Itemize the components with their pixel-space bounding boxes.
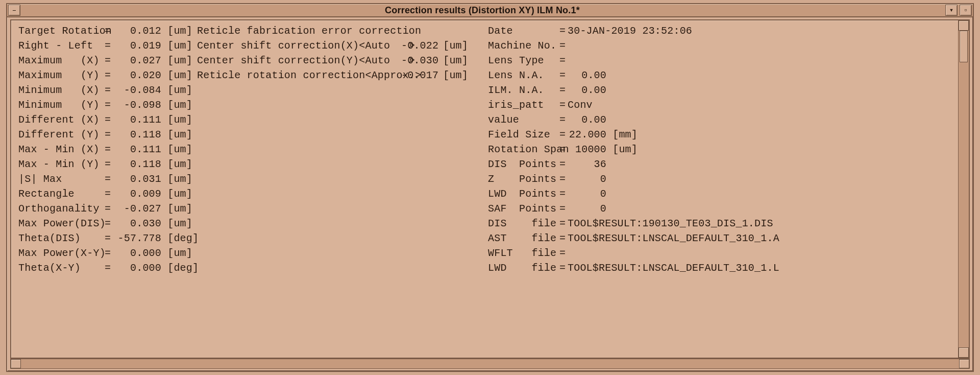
info-unit: [um]	[606, 142, 632, 157]
metric-label: Max Power(DIS)	[18, 216, 100, 231]
result-row: |S| Max=0.031 [um]Z Points= 0	[18, 172, 965, 186]
correction-unit: [um]	[437, 53, 462, 68]
info-label: DIS file	[488, 216, 559, 231]
metric-unit: [um]	[161, 68, 192, 83]
info-value: 0	[568, 172, 606, 186]
equals-sign: =	[559, 186, 568, 201]
equals-sign: =	[559, 38, 568, 53]
scroll-right-button[interactable]	[959, 359, 969, 368]
maximize-button[interactable]: ▫	[960, 5, 972, 16]
equals-sign: =	[100, 98, 115, 112]
client-area: Target Rotation=0.012 [um]Reticle fabric…	[10, 19, 970, 359]
metric-value: 0.000	[115, 246, 161, 261]
metric-value: -57.778	[115, 231, 161, 246]
titlebar[interactable]: – Correction results (Distortion XY) ILM…	[7, 4, 973, 17]
info-value: TOOL$RESULT:LNSCAL_DEFAULT_310_1.A	[568, 231, 779, 246]
info-label: WFLT file	[488, 246, 559, 261]
info-label: Rotation Span	[488, 142, 559, 157]
metric-label: Max Power(X-Y)	[18, 246, 100, 261]
scroll-down-button[interactable]	[959, 347, 969, 358]
info-value: 30-JAN-2019 23:52:06	[568, 24, 692, 38]
correction-label: Center shift correction(Y)<Auto >	[197, 53, 401, 68]
equals-sign: =	[100, 246, 115, 261]
info-label: AST file	[488, 231, 559, 246]
vertical-scrollbar[interactable]	[958, 20, 969, 358]
metric-value: 0.111	[115, 112, 161, 127]
info-label: Field Size	[488, 127, 559, 142]
metric-label: Minimum (X)	[18, 83, 100, 98]
result-row: Minimum (Y)=-0.098 [um]iris_patt= Conv	[18, 98, 965, 112]
equals-sign: =	[100, 216, 115, 231]
metric-value: 0.020	[115, 68, 161, 83]
info-label: Z Points	[488, 172, 559, 186]
metric-label: Rectangle	[18, 186, 100, 201]
info-value: TOOL$RESULT:LNSCAL_DEFAULT_310_1.L	[568, 261, 779, 275]
scroll-left-button[interactable]	[11, 359, 21, 368]
metric-value: 0.031	[115, 172, 161, 186]
info-value: 0	[568, 201, 606, 216]
metric-unit: [um]	[161, 98, 192, 112]
metric-label: Minimum (Y)	[18, 98, 100, 112]
metric-unit: [um]	[161, 24, 192, 38]
metric-label: Maximum (Y)	[18, 68, 100, 83]
metric-label: Different (X)	[18, 112, 100, 127]
scroll-up-button[interactable]	[959, 20, 969, 31]
correction-value: -0.022	[401, 38, 437, 53]
metric-unit: [um]	[161, 38, 192, 53]
equals-sign: =	[559, 83, 568, 98]
metric-unit: [deg]	[161, 231, 192, 246]
metric-unit: [um]	[161, 157, 192, 172]
equals-sign: =	[100, 53, 115, 68]
horizontal-scrollbar[interactable]	[10, 359, 970, 369]
info-label: Date	[488, 24, 559, 38]
equals-sign: =	[100, 231, 115, 246]
equals-sign: =	[100, 68, 115, 83]
result-row: Theta(DIS)=-57.778 [deg]AST file= TOOL$R…	[18, 231, 965, 246]
equals-sign: =	[559, 127, 568, 142]
equals-sign: =	[100, 186, 115, 201]
correction-unit: [um]	[437, 38, 462, 53]
info-label: ILM. N.A.	[488, 83, 559, 98]
equals-sign: =	[559, 261, 568, 275]
equals-sign: =	[559, 172, 568, 186]
equals-sign: =	[100, 83, 115, 98]
metric-value: 0.118	[115, 127, 161, 142]
minimize-button[interactable]: ▾	[945, 5, 958, 16]
result-row: Max Power(X-Y)=0.000 [um]WFLT file=	[18, 246, 965, 261]
metric-label: Right - Left	[18, 38, 100, 53]
window-title: Correction results (Distortion XY) ILM N…	[20, 5, 944, 16]
metric-value: 0.027	[115, 53, 161, 68]
info-label: Lens N.A.	[488, 68, 559, 83]
result-row: Max Power(DIS)=0.030 [um]DIS file= TOOL$…	[18, 216, 965, 231]
equals-sign: =	[100, 112, 115, 127]
equals-sign: =	[100, 127, 115, 142]
metric-value: 0.111	[115, 142, 161, 157]
equals-sign: =	[559, 216, 568, 231]
result-row: Max - Min (X)=0.111 [um]Rotation Span= 1…	[18, 142, 965, 157]
result-row: Right - Left=0.019 [um]Center shift corr…	[18, 38, 965, 53]
equals-sign: =	[559, 53, 568, 68]
results-text: Target Rotation=0.012 [um]Reticle fabric…	[11, 20, 969, 278]
metric-unit: [um]	[161, 172, 192, 186]
equals-sign: =	[559, 98, 568, 112]
info-label: LWD Points	[488, 186, 559, 201]
correction-label: Reticle rotation correction<Approx.>	[197, 68, 401, 83]
info-label: LWD file	[488, 261, 559, 275]
metric-label: Maximum (X)	[18, 53, 100, 68]
metric-value: 0.019	[115, 38, 161, 53]
result-row: Maximum (Y)=0.020 [um]Reticle rotation c…	[18, 68, 965, 83]
equals-sign: =	[559, 201, 568, 216]
correction-label: Center shift correction(X)<Auto >	[197, 38, 401, 53]
info-value: 36	[568, 157, 606, 172]
metric-unit: [um]	[161, 112, 192, 127]
metric-unit: [um]	[161, 201, 192, 216]
result-row: Minimum (X)=-0.084 [um]ILM. N.A.= 0.00	[18, 83, 965, 98]
scroll-thumb[interactable]	[960, 31, 968, 62]
equals-sign: =	[559, 142, 568, 157]
equals-sign: =	[559, 68, 568, 83]
metric-label: Max - Min (X)	[18, 142, 100, 157]
info-value: TOOL$RESULT:190130_TE03_DIS_1.DIS	[568, 216, 773, 231]
equals-sign: =	[559, 246, 568, 261]
system-menu-button[interactable]: –	[8, 5, 20, 16]
equals-sign: =	[559, 157, 568, 172]
